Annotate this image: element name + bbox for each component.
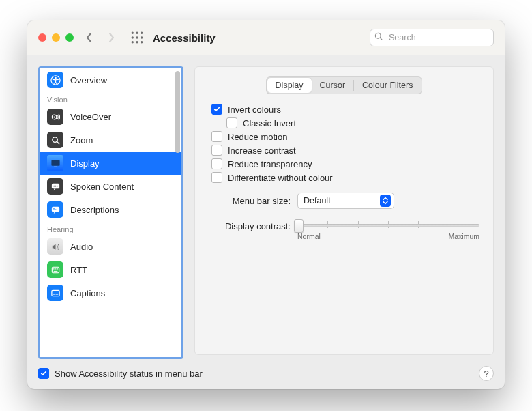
svg-rect-32 <box>53 294 55 294</box>
svg-point-19 <box>56 185 57 186</box>
svg-rect-30 <box>53 270 57 271</box>
sidebar-section-label: Vision <box>40 91 181 105</box>
slider-max-label: Maximum <box>448 232 479 240</box>
minimize-window-button[interactable] <box>52 33 60 42</box>
option-differentiate-without-colour[interactable]: Differentiate without colour <box>211 172 479 183</box>
display-contrast-row: Display contrast: Normal Maximum <box>209 218 479 243</box>
spoken-content-icon <box>47 178 63 195</box>
svg-rect-22 <box>53 209 56 210</box>
svg-point-10 <box>55 76 57 79</box>
window-toolbar: Accessibility <box>27 20 505 55</box>
slider-knob[interactable] <box>294 219 304 233</box>
option-label: Invert colours <box>228 104 281 115</box>
captions-icon <box>47 285 63 301</box>
sidebar-scrollbar[interactable] <box>175 71 180 153</box>
sidebar-item-label: Spoken Content <box>70 182 134 192</box>
display-contrast-label: Display contrast: <box>209 218 291 231</box>
svg-point-2 <box>141 32 143 34</box>
svg-rect-27 <box>53 269 54 270</box>
search-icon <box>374 31 383 44</box>
svg-point-18 <box>55 185 56 186</box>
help-icon: ? <box>484 369 488 379</box>
audio-icon <box>47 238 63 255</box>
menu-bar-size-row: Menu bar size: Default <box>209 193 479 209</box>
sidebar-item-voiceover[interactable]: VoiceOver <box>40 105 181 128</box>
close-window-button[interactable] <box>38 33 46 42</box>
svg-point-17 <box>53 185 55 186</box>
sidebar-item-label: Overview <box>70 75 107 85</box>
show-all-prefs-button[interactable] <box>131 31 143 44</box>
checkbox-icon <box>211 158 222 169</box>
checkbox-icon <box>211 145 222 156</box>
option-reduce-motion[interactable]: Reduce motion <box>211 131 479 142</box>
svg-point-7 <box>136 41 138 43</box>
rtt-icon <box>47 261 63 278</box>
sidebar-item-label: Descriptions <box>70 205 119 215</box>
option-classic-invert[interactable]: Classic Invert <box>211 117 479 128</box>
svg-rect-28 <box>55 269 56 270</box>
option-label: Increase contrast <box>228 145 296 156</box>
svg-point-12 <box>53 116 55 117</box>
sidebar-item-label: Audio <box>70 242 93 252</box>
option-increase-contrast[interactable]: Increase contrast <box>211 145 479 156</box>
zoom-window-button[interactable] <box>65 33 74 42</box>
sidebar-item-display[interactable]: Display <box>40 152 181 175</box>
tab-cursor[interactable]: Cursor <box>312 78 354 93</box>
sidebar-item-overview[interactable]: Overview <box>40 68 181 91</box>
slider-min-label: Normal <box>297 232 321 240</box>
window-title: Accessibility <box>153 32 216 44</box>
svg-rect-31 <box>51 290 59 296</box>
svg-rect-21 <box>53 208 55 208</box>
system-preferences-window: Accessibility Overview <box>27 20 505 389</box>
tab-display[interactable]: Display <box>267 78 312 93</box>
svg-point-5 <box>141 36 143 38</box>
menu-bar-size-select[interactable]: Default <box>297 193 394 209</box>
sidebar-item-label: Zoom <box>70 135 93 145</box>
descriptions-icon <box>47 201 63 218</box>
sidebar-item-spoken-content[interactable]: Spoken Content <box>40 175 181 198</box>
sidebar-item-zoom[interactable]: Zoom <box>40 128 181 152</box>
svg-rect-26 <box>57 268 58 268</box>
voiceover-icon <box>47 109 63 125</box>
svg-point-0 <box>132 32 134 34</box>
categories-sidebar[interactable]: Overview Vision VoiceOver Zoom <box>38 66 183 359</box>
svg-point-4 <box>136 36 138 38</box>
search-input[interactable] <box>387 32 497 43</box>
menu-bar-size-value: Default <box>304 196 331 206</box>
svg-rect-14 <box>51 160 59 165</box>
settings-pane: Display Cursor Colour Filters Invert col… <box>194 66 494 355</box>
window-controls <box>38 33 74 42</box>
svg-point-6 <box>132 41 134 43</box>
option-reduce-transparency[interactable]: Reduce transparency <box>211 158 479 169</box>
sidebar-item-label: Captions <box>70 288 105 298</box>
sidebar-item-label: RTT <box>70 265 87 275</box>
sidebar-item-descriptions[interactable]: Descriptions <box>40 198 181 221</box>
option-show-status-menubar[interactable]: Show Accessibility status in menu bar <box>38 368 203 379</box>
option-label: Differentiate without colour <box>228 173 333 183</box>
display-contrast-slider[interactable]: Normal Maximum <box>297 218 479 243</box>
back-button[interactable] <box>83 30 95 45</box>
checkbox-checked-icon <box>211 104 222 115</box>
sidebar-item-rtt[interactable]: RTT <box>40 258 181 281</box>
svg-point-8 <box>141 41 143 43</box>
chevrons-up-down-icon <box>380 195 391 207</box>
menu-bar-size-label: Menu bar size: <box>209 196 291 206</box>
sidebar-item-captions[interactable]: Captions <box>40 281 181 304</box>
search-field[interactable] <box>370 29 494 46</box>
svg-rect-29 <box>57 269 58 270</box>
tab-colour-filters[interactable]: Colour Filters <box>354 78 421 93</box>
checkbox-icon <box>211 131 222 142</box>
option-invert-colours[interactable]: Invert colours <box>211 104 479 115</box>
help-button[interactable]: ? <box>479 366 494 381</box>
display-tabs: Display Cursor Colour Filters <box>266 76 423 94</box>
option-label: Classic Invert <box>243 118 296 128</box>
sidebar-section-label: Hearing <box>40 221 181 235</box>
footer: Show Accessibility status in menu bar ? <box>27 362 505 389</box>
option-label: Reduce motion <box>228 132 287 142</box>
svg-point-3 <box>132 36 134 38</box>
display-icon <box>47 155 63 171</box>
option-label: Reduce transparency <box>228 159 312 169</box>
forward-button[interactable] <box>105 30 117 45</box>
sidebar-item-audio[interactable]: Audio <box>40 235 181 258</box>
zoom-icon <box>47 132 63 148</box>
